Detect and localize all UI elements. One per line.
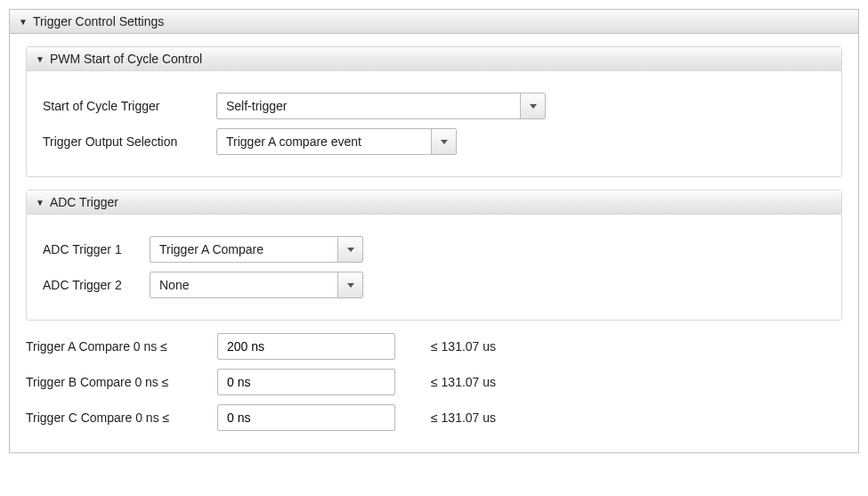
- disclosure-triangle-icon: ▼: [19, 17, 28, 27]
- pwm-start-of-cycle-body: Start of Cycle Trigger Self-trigger Trig…: [27, 71, 841, 176]
- trigger-output-selection-select[interactable]: Trigger A compare event: [216, 128, 457, 155]
- dropdown-button[interactable]: [337, 272, 362, 297]
- panel-title: ADC Trigger: [50, 195, 118, 209]
- adc-trigger-2-label: ADC Trigger 2: [43, 278, 141, 292]
- adc-trigger-body: ADC Trigger 1 Trigger A Compare ADC Trig…: [27, 215, 841, 320]
- select-value: Trigger A compare event: [217, 129, 431, 154]
- panel-title: Trigger Control Settings: [33, 14, 164, 28]
- trigger-a-compare-max: ≤ 131.07 us: [431, 339, 496, 354]
- select-value: Trigger A Compare: [150, 237, 337, 262]
- trigger-control-settings-body: ▼ PWM Start of Cycle Control Start of Cy…: [10, 34, 858, 452]
- chevron-down-icon: [347, 248, 354, 252]
- adc-trigger-1-select[interactable]: Trigger A Compare: [150, 236, 363, 263]
- adc-trigger-1-label: ADC Trigger 1: [43, 242, 141, 256]
- adc-trigger-panel: ▼ ADC Trigger ADC Trigger 1 Trigger A Co…: [26, 190, 842, 321]
- trigger-a-compare-label: Trigger A Compare 0 ns ≤: [26, 339, 208, 354]
- dropdown-button[interactable]: [520, 94, 545, 118]
- trigger-control-settings-panel: ▼ Trigger Control Settings ▼ PWM Start o…: [9, 9, 859, 453]
- trigger-c-compare-label: Trigger C Compare 0 ns ≤: [26, 411, 208, 425]
- trigger-c-compare-max: ≤ 131.07 us: [431, 411, 496, 425]
- trigger-b-compare-label: Trigger B Compare 0 ns ≤: [26, 375, 208, 389]
- trigger-output-selection-row: Trigger Output Selection Trigger A compa…: [43, 128, 825, 155]
- trigger-a-compare-input[interactable]: [217, 333, 395, 360]
- adc-trigger-1-row: ADC Trigger 1 Trigger A Compare: [43, 236, 825, 263]
- start-of-cycle-select[interactable]: Self-trigger: [216, 93, 546, 119]
- dropdown-button[interactable]: [431, 129, 456, 154]
- adc-trigger-2-select[interactable]: None: [150, 272, 363, 298]
- trigger-c-compare-row: Trigger C Compare 0 ns ≤ ≤ 131.07 us: [26, 404, 842, 431]
- pwm-start-of-cycle-header[interactable]: ▼ PWM Start of Cycle Control: [27, 47, 841, 71]
- trigger-a-compare-row: Trigger A Compare 0 ns ≤ ≤ 131.07 us: [26, 333, 842, 360]
- disclosure-triangle-icon: ▼: [36, 198, 45, 207]
- trigger-b-compare-input[interactable]: [217, 369, 395, 395]
- chevron-down-icon: [441, 140, 448, 144]
- adc-trigger-header[interactable]: ▼ ADC Trigger: [27, 191, 841, 215]
- panel-title: PWM Start of Cycle Control: [50, 52, 202, 66]
- trigger-output-selection-label: Trigger Output Selection: [43, 134, 207, 149]
- disclosure-triangle-icon: ▼: [36, 54, 45, 64]
- select-value: Self-trigger: [217, 94, 520, 118]
- chevron-down-icon: [530, 104, 537, 109]
- adc-trigger-2-row: ADC Trigger 2 None: [43, 272, 825, 298]
- pwm-start-of-cycle-panel: ▼ PWM Start of Cycle Control Start of Cy…: [26, 46, 842, 177]
- start-of-cycle-row: Start of Cycle Trigger Self-trigger: [43, 93, 825, 119]
- dropdown-button[interactable]: [337, 237, 362, 262]
- chevron-down-icon: [347, 283, 354, 288]
- trigger-control-settings-header[interactable]: ▼ Trigger Control Settings: [10, 10, 858, 34]
- start-of-cycle-label: Start of Cycle Trigger: [43, 99, 207, 113]
- trigger-b-compare-max: ≤ 131.07 us: [431, 375, 496, 389]
- trigger-c-compare-input[interactable]: [217, 404, 395, 431]
- trigger-b-compare-row: Trigger B Compare 0 ns ≤ ≤ 131.07 us: [26, 369, 842, 395]
- select-value: None: [150, 272, 337, 297]
